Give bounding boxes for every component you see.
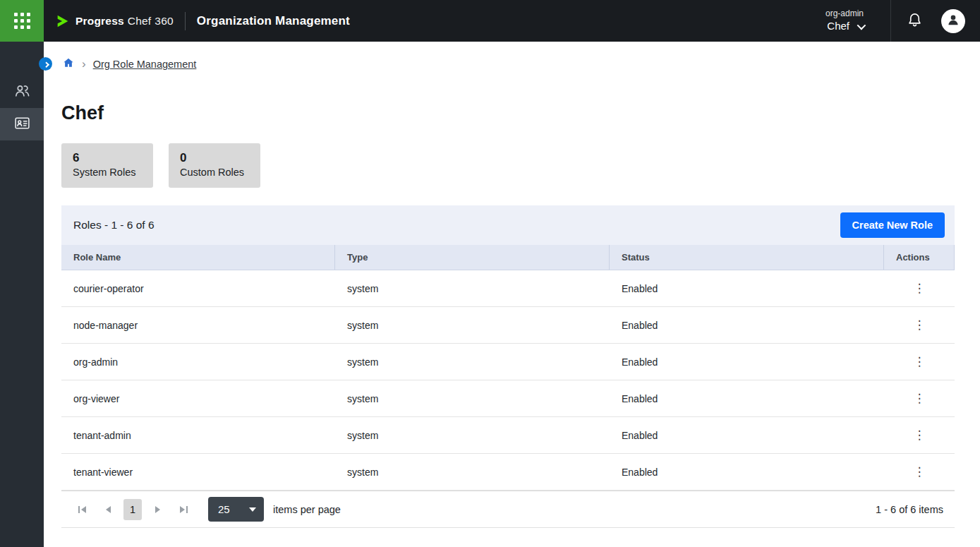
top-bar: Progress Chef 360 Organization Managemen…	[0, 0, 980, 42]
system-roles-stat-card: 6 System Roles	[61, 143, 153, 188]
progress-chevron-icon	[55, 13, 71, 29]
custom-roles-stat-card: 0 Custom Roles	[169, 143, 260, 188]
breadcrumb: › Org Role Management	[44, 42, 980, 72]
column-header-actions: Actions	[884, 245, 955, 270]
role-name-cell: node-manager	[61, 320, 335, 331]
table-row: courier-operator system Enabled ⋮	[61, 270, 955, 307]
role-type-cell: system	[335, 393, 610, 404]
topbar-separator	[890, 0, 891, 42]
role-type-cell: system	[335, 283, 610, 294]
row-actions-button[interactable]: ⋮	[908, 353, 931, 371]
row-actions-button[interactable]: ⋮	[908, 463, 931, 481]
org-switcher[interactable]: org-admin Chef	[825, 8, 864, 33]
custom-roles-label: Custom Roles	[180, 166, 249, 179]
items-range-label: 1 - 6 of 6 items	[876, 504, 943, 515]
breadcrumb-link-org-role-management[interactable]: Org Role Management	[93, 59, 197, 70]
org-role-label: org-admin	[825, 8, 864, 19]
org-name: Chef	[827, 19, 849, 33]
app-grid-icon	[14, 13, 30, 29]
user-avatar-button[interactable]	[941, 9, 965, 33]
page-number-1[interactable]: 1	[123, 499, 142, 520]
grid-toolbar: Roles - 1 - 6 of 6 Create New Role	[61, 205, 955, 245]
brand-chef-label: Chef	[128, 15, 152, 28]
column-header-status[interactable]: Status	[610, 245, 884, 270]
column-header-role-name[interactable]: Role Name	[61, 245, 335, 270]
grid-header: Role Name Type Status Actions	[61, 245, 955, 270]
main-content: › Org Role Management Chef 6 System Role…	[44, 42, 980, 547]
brand-text: Progress Chef 360	[75, 15, 174, 28]
table-row: tenant-admin system Enabled ⋮	[61, 417, 955, 454]
role-status-cell: Enabled	[610, 467, 884, 478]
page-size-value: 25	[218, 503, 230, 515]
breadcrumb-separator: ›	[82, 58, 86, 71]
row-actions-button[interactable]: ⋮	[908, 316, 931, 334]
table-row: org-viewer system Enabled ⋮	[61, 380, 955, 417]
grid-title: Roles - 1 - 6 of 6	[73, 219, 155, 232]
title-divider	[185, 12, 186, 30]
row-actions-button[interactable]: ⋮	[908, 279, 931, 297]
role-name-cell: org-viewer	[61, 393, 335, 404]
sidebar	[0, 42, 44, 547]
role-type-cell: system	[335, 467, 610, 478]
stats-row: 6 System Roles 0 Custom Roles	[61, 143, 980, 188]
table-row: tenant-viewer system Enabled ⋮	[61, 454, 955, 491]
first-page-button[interactable]	[71, 499, 92, 520]
brand-progress-label: Progress	[75, 15, 124, 28]
dropdown-caret-icon	[249, 507, 256, 512]
role-type-cell: system	[335, 430, 610, 441]
table-body: courier-operator system Enabled ⋮ node-m…	[61, 270, 955, 491]
previous-page-icon	[106, 506, 111, 513]
chevron-right-icon	[43, 61, 49, 67]
last-page-button[interactable]	[173, 499, 194, 520]
table-row: node-manager system Enabled ⋮	[61, 307, 955, 344]
custom-roles-count: 0	[180, 150, 249, 165]
column-header-type[interactable]: Type	[335, 245, 610, 270]
roles-grid: Roles - 1 - 6 of 6 Create New Role Role …	[61, 205, 955, 528]
brand-360-label: 360	[155, 15, 173, 28]
row-actions-button[interactable]: ⋮	[908, 390, 931, 407]
sidebar-item-roles[interactable]	[0, 108, 44, 140]
role-name-cell: courier-operator	[61, 283, 335, 294]
role-badge-icon	[13, 114, 31, 135]
page-size-dropdown[interactable]: 25	[208, 497, 264, 522]
app-title: Organization Management	[197, 14, 350, 28]
topbar-right: org-admin Chef	[825, 0, 980, 42]
role-status-cell: Enabled	[610, 430, 884, 441]
role-name-cell: tenant-admin	[61, 430, 335, 441]
role-status-cell: Enabled	[610, 393, 884, 404]
role-name-cell: org-admin	[61, 356, 335, 368]
previous-page-button[interactable]	[97, 499, 119, 520]
role-type-cell: system	[335, 356, 610, 368]
user-avatar-icon	[945, 12, 961, 30]
pagination-bar: 1 25 items per page 1 - 6 of 6 items	[61, 491, 955, 527]
app-launcher-button[interactable]	[0, 0, 44, 42]
next-page-icon	[155, 506, 160, 513]
create-new-role-button[interactable]: Create New Role	[840, 212, 945, 238]
table-row: org-admin system Enabled ⋮	[61, 344, 955, 380]
system-roles-count: 6	[73, 150, 142, 165]
row-actions-button[interactable]: ⋮	[908, 426, 931, 444]
sidebar-expand-button[interactable]	[39, 57, 52, 71]
last-page-icon	[180, 506, 185, 513]
next-page-button[interactable]	[147, 499, 168, 520]
items-per-page-label: items per page	[273, 504, 341, 515]
notifications-button[interactable]	[907, 12, 923, 30]
home-icon[interactable]	[62, 56, 75, 72]
brand-logo: Progress Chef 360	[55, 13, 174, 29]
first-page-icon	[78, 506, 80, 513]
bell-icon	[907, 12, 923, 30]
role-status-cell: Enabled	[610, 320, 884, 331]
role-type-cell: system	[335, 320, 610, 331]
users-icon	[13, 82, 31, 102]
role-status-cell: Enabled	[610, 283, 884, 294]
sidebar-item-users[interactable]	[0, 76, 44, 108]
chevron-down-icon	[857, 20, 866, 30]
page-title: Chef	[61, 102, 980, 124]
role-status-cell: Enabled	[610, 356, 884, 368]
role-name-cell: tenant-viewer	[61, 467, 335, 478]
system-roles-label: System Roles	[73, 166, 142, 179]
